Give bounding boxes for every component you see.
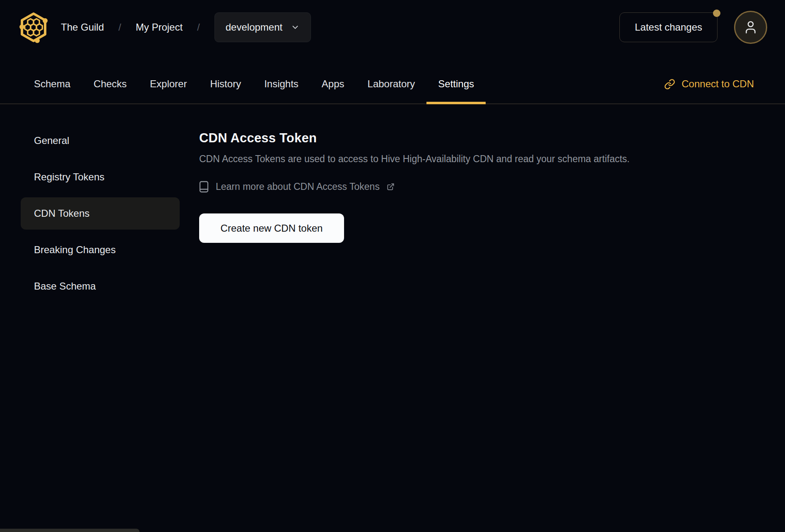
sidebar-item-cdn-tokens[interactable]: CDN Tokens (21, 197, 180, 230)
tab-insights[interactable]: Insights (253, 55, 310, 103)
latest-changes-button[interactable]: Latest changes (619, 12, 718, 42)
connect-to-cdn-label: Connect to CDN (681, 78, 754, 90)
book-icon (199, 181, 209, 193)
sidebar-item-base-schema[interactable]: Base Schema (21, 270, 180, 302)
external-link-icon (387, 183, 395, 191)
sidebar-item-general[interactable]: General (21, 125, 180, 157)
user-icon (743, 20, 758, 35)
tab-apps[interactable]: Apps (310, 55, 356, 103)
tab-history[interactable]: History (198, 55, 253, 103)
breadcrumb-separator: / (118, 22, 121, 33)
page-title: CDN Access Token (199, 131, 785, 146)
toast-sliver[interactable] (0, 529, 140, 532)
tab-schema[interactable]: Schema (22, 55, 82, 103)
main-tab-bar: Schema Checks Explorer History Insights … (0, 55, 785, 104)
tab-settings[interactable]: Settings (426, 55, 486, 103)
breadcrumb-organization[interactable]: The Guild (61, 22, 104, 33)
target-selector-value: development (226, 22, 282, 33)
create-cdn-token-button[interactable]: Create new CDN token (199, 213, 344, 243)
settings-content: CDN Access Token CDN Access Tokens are u… (199, 104, 785, 243)
sidebar-item-registry-tokens[interactable]: Registry Tokens (21, 161, 180, 193)
tab-laboratory[interactable]: Laboratory (356, 55, 427, 103)
learn-more-link[interactable]: Learn more about CDN Access Tokens (199, 181, 395, 193)
page-body: General Registry Tokens CDN Tokens Break… (0, 104, 785, 302)
breadcrumb: The Guild / My Project / (61, 22, 200, 33)
sidebar-item-breaking-changes[interactable]: Breaking Changes (21, 234, 180, 266)
target-selector-dropdown[interactable]: development (214, 12, 311, 42)
notification-dot (713, 10, 720, 17)
page-description: CDN Access Tokens are used to access to … (199, 153, 785, 165)
header: The Guild / My Project / development Lat… (0, 0, 785, 55)
hive-logo-icon[interactable] (19, 12, 48, 43)
tab-explorer[interactable]: Explorer (138, 55, 198, 103)
connect-to-cdn-link[interactable]: Connect to CDN (664, 55, 754, 103)
breadcrumb-project[interactable]: My Project (136, 22, 183, 33)
header-actions: Latest changes (619, 11, 767, 44)
latest-changes-label: Latest changes (635, 22, 702, 33)
hive-app: The Guild / My Project / development Lat… (0, 0, 785, 532)
breadcrumb-separator: / (197, 22, 200, 33)
settings-sidebar: General Registry Tokens CDN Tokens Break… (21, 104, 180, 302)
link-icon (664, 79, 675, 90)
tab-checks[interactable]: Checks (82, 55, 138, 103)
chevron-down-icon (291, 23, 300, 32)
user-menu-avatar[interactable] (734, 11, 767, 44)
learn-more-label: Learn more about CDN Access Tokens (216, 181, 380, 192)
